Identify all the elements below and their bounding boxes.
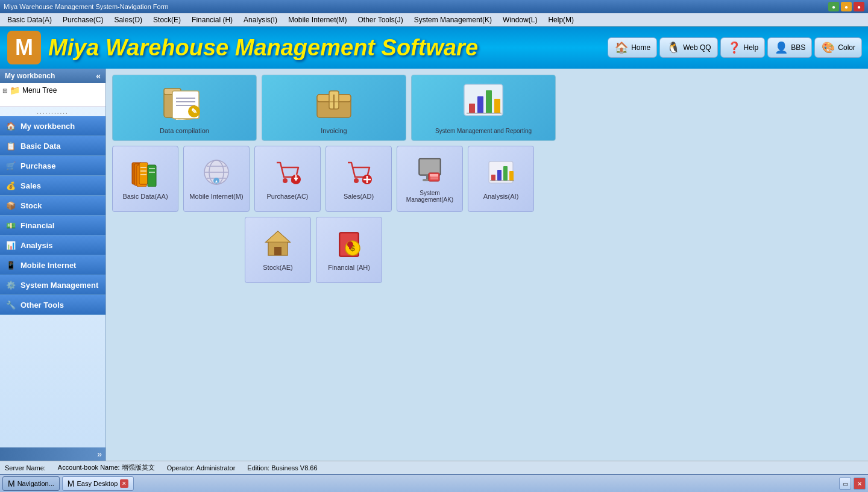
menu-mobile-internet[interactable]: Mobile Internet(M) <box>283 14 351 25</box>
tile-financial[interactable]: $ Financial (AH) <box>316 217 382 283</box>
tree-menu-tree[interactable]: ⊞ 📁 Menu Tree <box>2 86 103 95</box>
header-buttons: 🏠 Home 🐧 Web QQ ❓ Help 👤 BBS 🎨 Color <box>608 37 862 58</box>
svg-rect-54 <box>430 174 438 176</box>
financial-icon: 💵 <box>5 219 17 231</box>
svg-text:M: M <box>15 35 33 60</box>
svg-rect-60 <box>503 166 508 181</box>
color-button[interactable]: 🎨 Color <box>814 37 862 58</box>
taskbar-close-button[interactable]: ✕ <box>854 478 866 490</box>
taskbar: M Navigation... M Easy Desktop ✕ ▭ ✕ <box>0 474 868 492</box>
svg-rect-61 <box>509 171 514 181</box>
main-layout: My workbench « ⊞ 📁 Menu Tree ...........… <box>0 69 868 461</box>
taskbar-easy-desktop[interactable]: M Easy Desktop ✕ <box>62 476 134 491</box>
financial-tile-icon: $ <box>335 229 363 261</box>
sidebar-item-financial[interactable]: 💵 Financial <box>0 216 105 235</box>
tree-label: Menu Tree <box>22 86 57 95</box>
mobile-internet-tile-icon: ▲ <box>202 158 231 190</box>
workbench-icon: 🏠 <box>5 120 17 132</box>
help-header-button[interactable]: ❓ Help <box>720 37 766 58</box>
tree-folder-icon: 📁 <box>10 86 20 95</box>
minimize-button[interactable]: ● <box>828 2 839 11</box>
sidebar-collapse-button[interactable]: « <box>96 71 101 81</box>
maximize-button[interactable]: ● <box>841 2 852 11</box>
stock-tile-label: Stock(AE) <box>263 264 293 271</box>
menu-help[interactable]: Help(M) <box>543 14 579 25</box>
tile-system-management[interactable]: System Management(AK) <box>397 146 463 212</box>
svg-marker-65 <box>266 231 290 242</box>
tile-basic-data[interactable]: Basic Data(AA) <box>112 146 178 212</box>
tile-purchase[interactable]: Purchase(AC) <box>254 146 321 212</box>
bbs-button[interactable]: 👤 BBS <box>767 37 812 58</box>
color-icon: 🎨 <box>821 40 835 55</box>
menu-analysis[interactable]: Analysis(I) <box>239 14 282 25</box>
purchase-icon: 🛒 <box>5 160 17 172</box>
taskbar-navigation[interactable]: M Navigation... <box>2 476 60 491</box>
sidebar-item-mobile-internet[interactable]: 📱 Mobile Internet <box>0 255 105 275</box>
edition-label: Edition: Business V8.66 <box>247 464 317 472</box>
tile-data-compilation[interactable]: ✎ Data compilation <box>112 75 257 141</box>
sidebar-item-stock[interactable]: 📦 Stock <box>0 196 105 216</box>
menu-other-tools[interactable]: Other Tools(J) <box>353 14 408 25</box>
svg-rect-59 <box>497 170 502 181</box>
system-management-tile-label: System Management(AK) <box>397 190 462 203</box>
big-tiles-row: ✎ Data compilation <box>112 75 862 141</box>
basic-data-tile-label: Basic Data(AA) <box>122 193 168 200</box>
sidebar-item-purchase[interactable]: 🛒 Purchase <box>0 156 105 176</box>
taskbar-right-controls: ▭ ✕ <box>839 478 866 490</box>
financial-tile-label: Financial (AH) <box>328 264 370 271</box>
analysis-tile-icon <box>486 158 515 190</box>
home-button[interactable]: 🏠 Home <box>608 37 657 58</box>
sidebar-item-basic-data[interactable]: 📋 Basic Data <box>0 136 105 156</box>
data-compilation-icon: ✎ <box>163 81 206 125</box>
menu-purchase[interactable]: Purchase(C) <box>58 14 108 25</box>
header-title: Miya Warehouse Management Software <box>48 35 608 61</box>
tile-invoicing[interactable]: Invoicing <box>262 75 406 141</box>
menu-basic-data[interactable]: Basic Data(A) <box>2 14 57 25</box>
sidebar-header: My workbench « <box>0 69 105 83</box>
other-tools-icon: 🔧 <box>5 299 17 311</box>
tile-mobile-internet[interactable]: ▲ Mobile Internet(M) <box>183 146 250 212</box>
sidebar-item-system-management[interactable]: ⚙️ System Management <box>0 275 105 295</box>
account-book-name: Account-book Name: 增强版英文 <box>58 463 155 472</box>
tile-stock[interactable]: Stock(AE) <box>245 217 311 283</box>
nav-logo-icon: M <box>8 479 15 488</box>
bbs-icon: 👤 <box>774 40 788 55</box>
sidebar-expand-button[interactable]: » <box>0 447 105 461</box>
svg-rect-64 <box>274 247 281 255</box>
basic-data-tile-icon <box>131 158 160 190</box>
data-compilation-label: Data compilation <box>160 127 209 134</box>
home-icon: 🏠 <box>614 40 629 55</box>
desktop-icon: M <box>68 479 75 488</box>
svg-text:✎: ✎ <box>191 107 197 116</box>
header-logo: M <box>6 30 42 66</box>
svg-rect-26 <box>139 163 148 184</box>
system-management-reporting-label: System Management and Reporting <box>435 128 532 134</box>
tile-analysis[interactable]: Analysis(AI) <box>468 146 534 212</box>
sidebar-nav: 🏠 My workbench 📋 Basic Data 🛒 Purchase 💰… <box>0 116 105 447</box>
sidebar-item-sales[interactable]: 💰 Sales <box>0 176 105 196</box>
sales-tile-label: Sales(AD) <box>344 193 374 200</box>
help-icon: ❓ <box>727 40 741 55</box>
invoicing-icon <box>312 81 356 125</box>
taskbar-restore-button[interactable]: ▭ <box>839 478 851 490</box>
stock-icon: 📦 <box>5 199 17 211</box>
svg-rect-71 <box>349 246 351 249</box>
analysis-tile-label: Analysis(AI) <box>483 193 519 200</box>
mobile-internet-tile-label: Mobile Internet(M) <box>189 193 243 200</box>
menu-stock[interactable]: Stock(E) <box>148 14 186 25</box>
sidebar-item-analysis[interactable]: 📊 Analysis <box>0 235 105 255</box>
tile-system-management-reporting[interactable]: System Management and Reporting <box>411 75 556 141</box>
menu-window[interactable]: Window(L) <box>498 14 542 25</box>
close-easy-desktop-button[interactable]: ✕ <box>120 479 128 488</box>
menu-financial[interactable]: Financial (H) <box>187 14 237 25</box>
menu-sales[interactable]: Sales(D) <box>109 14 147 25</box>
menu-system-management[interactable]: System Management(K) <box>409 14 497 25</box>
operator-name: Operator: Administrator <box>167 464 236 472</box>
sidebar-header-label: My workbench <box>5 72 55 80</box>
webqq-button[interactable]: 🐧 Web QQ <box>659 37 717 58</box>
mobile-icon: 📱 <box>5 259 17 271</box>
sidebar-item-my-workbench[interactable]: 🏠 My workbench <box>0 116 105 136</box>
sidebar-item-other-tools[interactable]: 🔧 Other Tools <box>0 295 105 315</box>
close-button[interactable]: ● <box>854 2 864 11</box>
tile-sales[interactable]: Sales(AD) <box>326 146 392 212</box>
